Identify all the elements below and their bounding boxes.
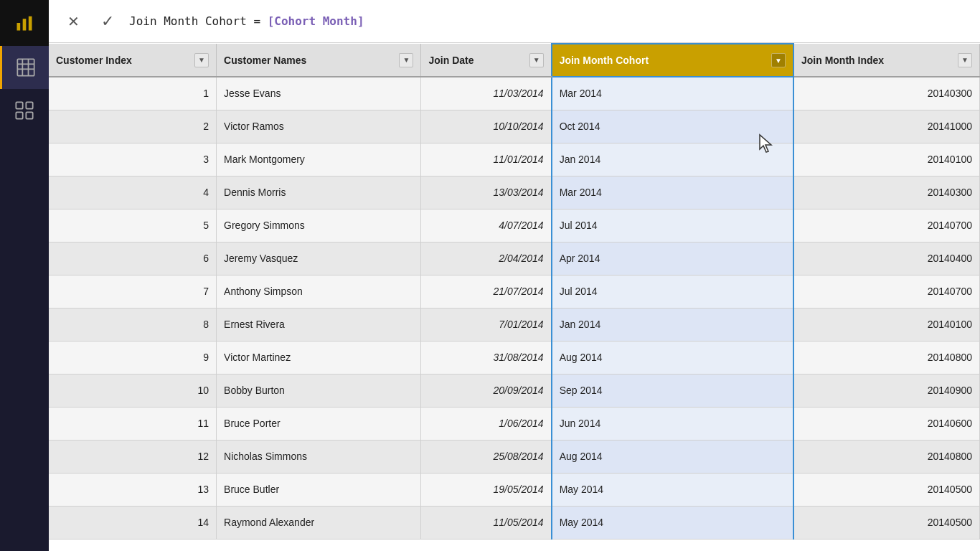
dropdown-arrow-join-date[interactable]: ▼	[529, 53, 544, 67]
main-content: ✕ ✓ Join Month Cohort = [Cohort Month] C…	[49, 0, 980, 551]
col-header-join-month-index[interactable]: Join Month Index ▼	[793, 44, 980, 77]
cell-name: Bruce Porter	[217, 407, 421, 440]
formula-plain: Join Month Cohort =	[129, 14, 268, 28]
cell-cohort: Mar 2014	[552, 176, 793, 209]
cell-index: 3	[49, 143, 217, 176]
cell-cohort: Apr 2014	[552, 242, 793, 275]
cell-name: Bruce Butler	[217, 473, 421, 506]
cell-index: 6	[49, 242, 217, 275]
cell-name: Victor Martinez	[217, 341, 421, 374]
cell-date: 20/09/2014	[421, 374, 552, 407]
cell-name: Dennis Morris	[217, 176, 421, 209]
cell-index: 13	[49, 473, 217, 506]
cell-cohort: Sep 2014	[552, 374, 793, 407]
cell-date: 10/10/2014	[421, 110, 552, 143]
cell-date: 11/01/2014	[421, 143, 552, 176]
table-row[interactable]: 4 Dennis Morris 13/03/2014 Mar 2014 2014…	[49, 176, 980, 209]
cell-cohort: Aug 2014	[552, 440, 793, 473]
cell-index: 11	[49, 407, 217, 440]
cell-date: 1/06/2014	[421, 407, 552, 440]
cell-date: 25/08/2014	[421, 440, 552, 473]
svg-rect-1	[23, 19, 27, 30]
cell-month-index: 20140800	[793, 341, 980, 374]
cell-month-index: 20140100	[793, 143, 980, 176]
cell-name: Victor Ramos	[217, 110, 421, 143]
cell-date: 11/05/2014	[421, 506, 552, 539]
cell-cohort: Jul 2014	[552, 209, 793, 242]
table-row[interactable]: 2 Victor Ramos 10/10/2014 Oct 2014 20141…	[49, 110, 980, 143]
cell-name: Ernest Rivera	[217, 308, 421, 341]
col-header-customer-index[interactable]: Customer Index ▼	[49, 44, 217, 77]
svg-rect-2	[29, 17, 32, 31]
confirm-button[interactable]: ✓	[95, 9, 121, 34]
table-row[interactable]: 14 Raymond Alexander 11/05/2014 May 2014…	[49, 506, 980, 539]
cell-date: 19/05/2014	[421, 473, 552, 506]
cell-cohort: Mar 2014	[552, 77, 793, 110]
col-header-join-month-cohort[interactable]: Join Month Cohort ▼	[552, 44, 793, 77]
data-table: Customer Index ▼ Customer Names ▼ Join D…	[49, 43, 980, 540]
table-row[interactable]: 13 Bruce Butler 19/05/2014 May 2014 2014…	[49, 473, 980, 506]
cell-name: Jeremy Vasquez	[217, 242, 421, 275]
table-row[interactable]: 10 Bobby Burton 20/09/2014 Sep 2014 2014…	[49, 374, 980, 407]
cell-month-index: 20140100	[793, 308, 980, 341]
dropdown-arrow-join-month-cohort[interactable]: ▼	[771, 53, 786, 67]
svg-rect-10	[16, 112, 22, 118]
sidebar-icon-table[interactable]	[0, 46, 49, 89]
table-row[interactable]: 11 Bruce Porter 1/06/2014 Jun 2014 20140…	[49, 407, 980, 440]
cell-name: Raymond Alexander	[217, 506, 421, 539]
svg-rect-3	[17, 59, 34, 75]
cell-index: 7	[49, 275, 217, 308]
cell-month-index: 20140700	[793, 275, 980, 308]
cell-index: 1	[49, 77, 217, 110]
cell-month-index: 20140500	[793, 473, 980, 506]
svg-rect-11	[26, 112, 32, 118]
cell-index: 5	[49, 209, 217, 242]
cell-month-index: 20141000	[793, 110, 980, 143]
cell-month-index: 20140900	[793, 374, 980, 407]
cell-index: 10	[49, 374, 217, 407]
table-row[interactable]: 1 Jesse Evans 11/03/2014 Mar 2014 201403…	[49, 77, 980, 110]
cell-index: 8	[49, 308, 217, 341]
dropdown-arrow-customer-index[interactable]: ▼	[194, 53, 209, 67]
table-row[interactable]: 7 Anthony Simpson 21/07/2014 Jul 2014 20…	[49, 275, 980, 308]
cell-date: 21/07/2014	[421, 275, 552, 308]
cell-index: 4	[49, 176, 217, 209]
formula-text: Join Month Cohort = [Cohort Month]	[129, 14, 969, 28]
dropdown-arrow-join-month-index[interactable]: ▼	[958, 53, 972, 67]
cell-index: 14	[49, 506, 217, 539]
table-row[interactable]: 12 Nicholas Simmons 25/08/2014 Aug 2014 …	[49, 440, 980, 473]
table-row[interactable]: 6 Jeremy Vasquez 2/04/2014 Apr 2014 2014…	[49, 242, 980, 275]
cell-name: Bobby Burton	[217, 374, 421, 407]
cell-cohort: Jan 2014	[552, 143, 793, 176]
svg-rect-8	[16, 102, 22, 108]
formula-highlight: [Cohort Month]	[268, 14, 364, 28]
formula-bar: ✕ ✓ Join Month Cohort = [Cohort Month]	[49, 0, 980, 43]
cell-name: Anthony Simpson	[217, 275, 421, 308]
sidebar-icon-barchart[interactable]	[0, 0, 49, 46]
cell-month-index: 20140400	[793, 242, 980, 275]
cell-date: 13/03/2014	[421, 176, 552, 209]
cell-date: 4/07/2014	[421, 209, 552, 242]
cell-month-index: 20140700	[793, 209, 980, 242]
cell-name: Nicholas Simmons	[217, 440, 421, 473]
cell-month-index: 20140600	[793, 407, 980, 440]
table-row[interactable]: 8 Ernest Rivera 7/01/2014 Jan 2014 20140…	[49, 308, 980, 341]
cancel-button[interactable]: ✕	[60, 9, 86, 34]
cell-cohort: Jul 2014	[552, 275, 793, 308]
table-row[interactable]: 3 Mark Montgomery 11/01/2014 Jan 2014 20…	[49, 143, 980, 176]
cell-date: 31/08/2014	[421, 341, 552, 374]
cell-cohort: May 2014	[552, 506, 793, 539]
cell-month-index: 20140500	[793, 506, 980, 539]
table-row[interactable]: 5 Gregory Simmons 4/07/2014 Jul 2014 201…	[49, 209, 980, 242]
table-container[interactable]: Customer Index ▼ Customer Names ▼ Join D…	[49, 43, 980, 551]
cell-index: 12	[49, 440, 217, 473]
col-header-join-date[interactable]: Join Date ▼	[421, 44, 552, 77]
table-row[interactable]: 9 Victor Martinez 31/08/2014 Aug 2014 20…	[49, 341, 980, 374]
dropdown-arrow-customer-names[interactable]: ▼	[399, 53, 413, 67]
cell-date: 2/04/2014	[421, 242, 552, 275]
svg-rect-9	[26, 102, 32, 108]
sidebar	[0, 0, 49, 551]
col-header-customer-names[interactable]: Customer Names ▼	[217, 44, 421, 77]
sidebar-icon-model[interactable]	[0, 89, 49, 132]
cell-name: Mark Montgomery	[217, 143, 421, 176]
